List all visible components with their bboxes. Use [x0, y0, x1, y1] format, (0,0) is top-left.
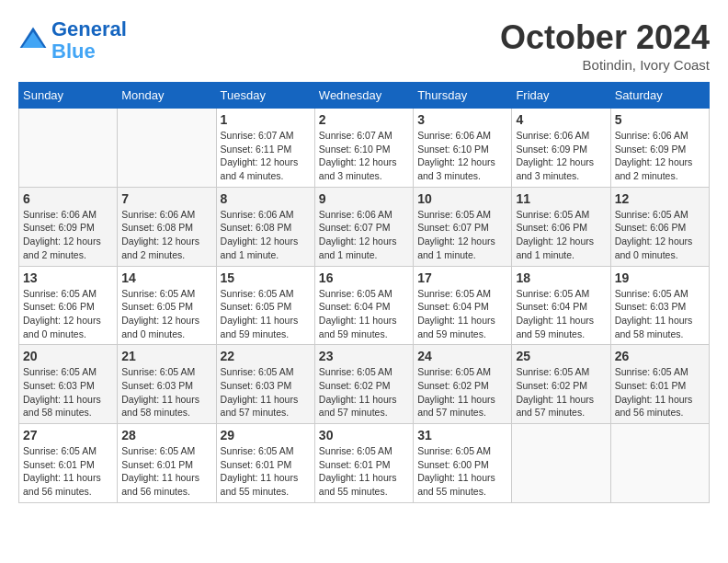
- day-detail: Sunrise: 6:05 AM Sunset: 6:05 PM Dayligh…: [221, 287, 311, 341]
- day-detail: Sunrise: 6:05 AM Sunset: 6:02 PM Dayligh…: [516, 365, 606, 419]
- calendar-cell: 23Sunrise: 6:05 AM Sunset: 6:02 PM Dayli…: [314, 345, 413, 424]
- day-detail: Sunrise: 6:05 AM Sunset: 6:03 PM Dayligh…: [221, 365, 311, 419]
- day-detail: Sunrise: 6:07 AM Sunset: 6:10 PM Dayligh…: [319, 129, 409, 183]
- location: Botindin, Ivory Coast: [500, 57, 710, 73]
- calendar-cell: 17Sunrise: 6:05 AM Sunset: 6:04 PM Dayli…: [414, 266, 512, 345]
- day-detail: Sunrise: 6:06 AM Sunset: 6:09 PM Dayligh…: [516, 129, 606, 183]
- day-detail: Sunrise: 6:05 AM Sunset: 6:03 PM Dayligh…: [615, 287, 705, 341]
- calendar-cell: [512, 424, 610, 503]
- day-detail: Sunrise: 6:05 AM Sunset: 6:01 PM Dayligh…: [221, 444, 311, 499]
- day-detail: Sunrise: 6:05 AM Sunset: 6:03 PM Dayligh…: [23, 365, 113, 419]
- day-detail: Sunrise: 6:06 AM Sunset: 6:08 PM Dayligh…: [221, 208, 311, 262]
- day-detail: Sunrise: 6:07 AM Sunset: 6:11 PM Dayligh…: [221, 129, 311, 183]
- day-number: 31: [417, 428, 507, 442]
- day-number: 12: [615, 191, 705, 206]
- day-number: 29: [221, 428, 311, 442]
- day-number: 7: [121, 191, 211, 206]
- calendar-cell: 30Sunrise: 6:05 AM Sunset: 6:01 PM Dayli…: [314, 424, 413, 503]
- day-detail: Sunrise: 6:06 AM Sunset: 6:09 PM Dayligh…: [23, 208, 113, 262]
- day-detail: Sunrise: 6:06 AM Sunset: 6:10 PM Dayligh…: [417, 129, 507, 183]
- day-of-week-header: Monday: [118, 83, 216, 109]
- day-number: 19: [615, 270, 705, 285]
- calendar-cell: 29Sunrise: 6:05 AM Sunset: 6:01 PM Dayli…: [216, 424, 314, 503]
- calendar-cell: [118, 109, 216, 188]
- day-number: 10: [417, 191, 507, 206]
- day-of-week-header: Friday: [512, 83, 610, 109]
- calendar-cell: 19Sunrise: 6:05 AM Sunset: 6:03 PM Dayli…: [610, 266, 709, 345]
- logo-text: General Blue: [51, 18, 127, 63]
- calendar-cell: 28Sunrise: 6:05 AM Sunset: 6:01 PM Dayli…: [118, 424, 216, 503]
- day-number: 30: [319, 428, 409, 442]
- calendar-cell: 10Sunrise: 6:05 AM Sunset: 6:07 PM Dayli…: [414, 187, 512, 266]
- day-of-week-header: Thursday: [414, 83, 512, 109]
- day-detail: Sunrise: 6:05 AM Sunset: 6:00 PM Dayligh…: [417, 444, 507, 499]
- day-number: 23: [319, 349, 409, 363]
- calendar-cell: 6Sunrise: 6:06 AM Sunset: 6:09 PM Daylig…: [19, 187, 118, 266]
- day-of-week-header: Tuesday: [216, 83, 314, 109]
- day-detail: Sunrise: 6:05 AM Sunset: 6:02 PM Dayligh…: [417, 365, 507, 419]
- calendar-cell: 5Sunrise: 6:06 AM Sunset: 6:09 PM Daylig…: [610, 109, 709, 188]
- day-number: 11: [516, 191, 606, 206]
- day-number: 13: [23, 270, 113, 285]
- calendar-cell: 13Sunrise: 6:05 AM Sunset: 6:06 PM Dayli…: [19, 266, 118, 345]
- day-detail: Sunrise: 6:05 AM Sunset: 6:04 PM Dayligh…: [319, 287, 409, 341]
- calendar-cell: 24Sunrise: 6:05 AM Sunset: 6:02 PM Dayli…: [414, 345, 512, 424]
- day-detail: Sunrise: 6:06 AM Sunset: 6:09 PM Dayligh…: [615, 129, 705, 183]
- day-number: 5: [615, 112, 705, 127]
- day-number: 3: [417, 112, 507, 127]
- day-detail: Sunrise: 6:05 AM Sunset: 6:01 PM Dayligh…: [23, 444, 113, 499]
- day-number: 25: [516, 349, 606, 363]
- calendar-cell: 22Sunrise: 6:05 AM Sunset: 6:03 PM Dayli…: [216, 345, 314, 424]
- calendar-cell: 31Sunrise: 6:05 AM Sunset: 6:00 PM Dayli…: [414, 424, 512, 503]
- day-detail: Sunrise: 6:05 AM Sunset: 6:01 PM Dayligh…: [319, 444, 409, 499]
- day-number: 22: [221, 349, 311, 363]
- logo-icon: [18, 26, 48, 55]
- day-number: 16: [319, 270, 409, 285]
- day-detail: Sunrise: 6:05 AM Sunset: 6:01 PM Dayligh…: [615, 365, 705, 419]
- day-number: 17: [417, 270, 507, 285]
- day-detail: Sunrise: 6:05 AM Sunset: 6:01 PM Dayligh…: [121, 444, 211, 499]
- day-number: 24: [417, 349, 507, 363]
- day-detail: Sunrise: 6:05 AM Sunset: 6:07 PM Dayligh…: [417, 208, 507, 262]
- calendar-cell: 3Sunrise: 6:06 AM Sunset: 6:10 PM Daylig…: [414, 109, 512, 188]
- calendar-cell: 25Sunrise: 6:05 AM Sunset: 6:02 PM Dayli…: [512, 345, 610, 424]
- day-number: 18: [516, 270, 606, 285]
- day-number: 20: [23, 349, 113, 363]
- logo: General Blue: [18, 18, 127, 63]
- day-number: 8: [221, 191, 311, 206]
- day-number: 26: [615, 349, 705, 363]
- calendar-cell: 9Sunrise: 6:06 AM Sunset: 6:07 PM Daylig…: [314, 187, 413, 266]
- day-number: 14: [121, 270, 211, 285]
- day-detail: Sunrise: 6:05 AM Sunset: 6:05 PM Dayligh…: [121, 287, 211, 341]
- day-number: 15: [221, 270, 311, 285]
- calendar-table: SundayMondayTuesdayWednesdayThursdayFrid…: [18, 82, 710, 503]
- day-number: 6: [23, 191, 113, 206]
- calendar-cell: 15Sunrise: 6:05 AM Sunset: 6:05 PM Dayli…: [216, 266, 314, 345]
- day-detail: Sunrise: 6:05 AM Sunset: 6:06 PM Dayligh…: [615, 208, 705, 262]
- calendar-cell: 14Sunrise: 6:05 AM Sunset: 6:05 PM Dayli…: [118, 266, 216, 345]
- day-detail: Sunrise: 6:05 AM Sunset: 6:02 PM Dayligh…: [319, 365, 409, 419]
- calendar-cell: 2Sunrise: 6:07 AM Sunset: 6:10 PM Daylig…: [314, 109, 413, 188]
- day-number: 4: [516, 112, 606, 127]
- day-detail: Sunrise: 6:06 AM Sunset: 6:08 PM Dayligh…: [121, 208, 211, 262]
- day-of-week-header: Sunday: [19, 83, 118, 109]
- day-detail: Sunrise: 6:05 AM Sunset: 6:03 PM Dayligh…: [121, 365, 211, 419]
- calendar-cell: 1Sunrise: 6:07 AM Sunset: 6:11 PM Daylig…: [216, 109, 314, 188]
- day-number: 21: [121, 349, 211, 363]
- calendar-cell: [610, 424, 709, 503]
- calendar-cell: 11Sunrise: 6:05 AM Sunset: 6:06 PM Dayli…: [512, 187, 610, 266]
- day-number: 1: [221, 112, 311, 127]
- calendar-cell: 21Sunrise: 6:05 AM Sunset: 6:03 PM Dayli…: [118, 345, 216, 424]
- day-detail: Sunrise: 6:05 AM Sunset: 6:06 PM Dayligh…: [23, 287, 113, 341]
- day-number: 2: [319, 112, 409, 127]
- calendar-cell: 27Sunrise: 6:05 AM Sunset: 6:01 PM Dayli…: [19, 424, 118, 503]
- day-of-week-header: Saturday: [610, 83, 709, 109]
- day-number: 27: [23, 428, 113, 442]
- day-of-week-header: Wednesday: [314, 83, 413, 109]
- day-detail: Sunrise: 6:06 AM Sunset: 6:07 PM Dayligh…: [319, 208, 409, 262]
- day-number: 28: [121, 428, 211, 442]
- calendar-cell: 26Sunrise: 6:05 AM Sunset: 6:01 PM Dayli…: [610, 345, 709, 424]
- calendar-cell: 7Sunrise: 6:06 AM Sunset: 6:08 PM Daylig…: [118, 187, 216, 266]
- month-title: October 2024: [500, 18, 710, 57]
- calendar-cell: 16Sunrise: 6:05 AM Sunset: 6:04 PM Dayli…: [314, 266, 413, 345]
